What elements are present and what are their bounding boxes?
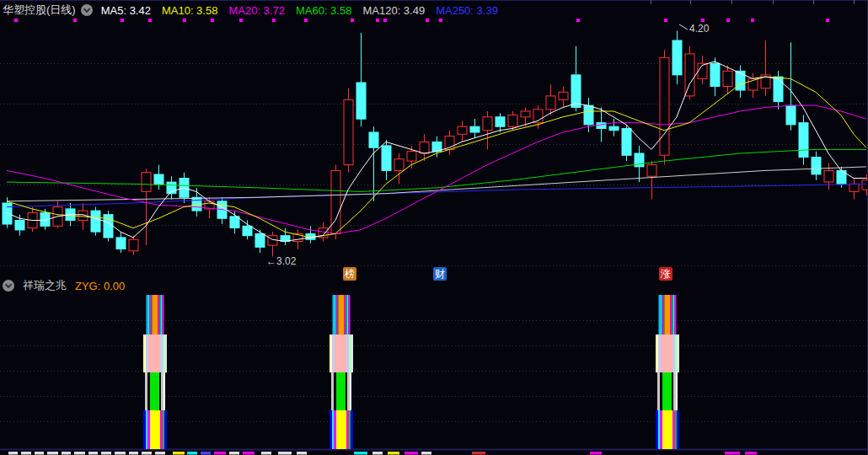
stock-title[interactable]: 华塑控股(日线) (3, 3, 76, 18)
signal-bar-stripe (330, 410, 332, 449)
signal-bar-stripe (347, 372, 350, 410)
signal-bar-stripe (665, 295, 671, 335)
signal-bar-stripe (335, 335, 346, 372)
signal-bar-stripe (656, 335, 658, 372)
signal-bar-stripe (675, 410, 677, 449)
signal-bar-stripe (346, 335, 349, 372)
signal-bar-stripe (164, 410, 167, 449)
signal-bar-stripe (678, 335, 679, 372)
chevron-down-icon[interactable] (3, 280, 14, 292)
signal-bar-stripe (675, 335, 678, 372)
signal-bar-stripe (346, 410, 349, 449)
indicator-name[interactable]: 祥瑞之兆 (23, 278, 67, 293)
signal-bar-stripe (671, 295, 672, 335)
signal-bar-stripe (656, 410, 658, 449)
signal-bar-stripe (161, 295, 163, 335)
signal-bar-stripe (163, 410, 164, 449)
signal-bar-stripe (159, 372, 161, 410)
signal-bar-stripe (339, 295, 345, 335)
signal-bar-stripe (143, 410, 146, 449)
signal-bar-stripe (338, 295, 339, 335)
ma-label: MA20: 3.72 (228, 4, 285, 17)
signal-bar-stripe (336, 410, 346, 449)
grid (0, 0, 868, 455)
chevron-down-icon[interactable] (81, 4, 93, 16)
signal-bar-stripe (147, 295, 148, 335)
signal-bar-stripe (150, 372, 159, 410)
signal-bar-stripe (345, 295, 346, 335)
signal-bar-stripe (349, 410, 351, 449)
signal-bar-stripe (146, 335, 148, 372)
signal-bar-stripe (672, 372, 673, 410)
bottom-strip (8, 452, 757, 455)
ma-legend: MA5: 3.42MA10: 3.58MA20: 3.72MA60: 3.58M… (101, 4, 498, 17)
signal-bar-stripe (336, 372, 346, 410)
signal-bar-stripe (152, 295, 153, 335)
signal-bar-stripe (143, 335, 146, 372)
signal-bar-stripe (672, 295, 673, 335)
signal-bar-stripe (673, 372, 676, 410)
signal-bar-stripe (148, 335, 160, 372)
ma-label: MA5: 3.42 (101, 4, 151, 17)
signal-bar-stripe (347, 295, 349, 335)
stock-chart-canvas (0, 0, 868, 455)
signal-bars (143, 295, 679, 449)
trading-app-window: 华塑控股(日线) MA5: 3.42MA10: 3.58MA20: 3.72MA… (0, 0, 868, 455)
signal-bar-stripe (161, 372, 163, 410)
signal-bar-stripe (673, 295, 675, 335)
signal-bar-stripe (662, 295, 664, 335)
signal-bar-stripe (147, 410, 150, 449)
signal-bar-stripe (350, 372, 351, 410)
signal-bar-stripe (160, 335, 163, 372)
signal-bar-stripe (660, 372, 662, 410)
signal-bar-stripe (677, 410, 679, 449)
signal-bar-stripe (332, 410, 334, 449)
signal-bar-stripe (676, 372, 678, 410)
signal-bar-stripe (351, 335, 353, 372)
signal-bar-stripe (330, 335, 332, 372)
signal-bar-stripe (147, 372, 150, 410)
candles (3, 31, 868, 257)
signal-bar-stripe (163, 335, 165, 372)
signal-bar-stripe (349, 295, 351, 335)
news-badge[interactable]: 涨 (659, 267, 672, 281)
ma-line-ma20 (7, 105, 866, 233)
signal-bar-stripe (661, 335, 672, 372)
signal-bar-stripe (335, 295, 336, 335)
signal-bar-stripe (148, 295, 150, 335)
signal-bar-stripe (333, 295, 335, 335)
signal-bar-stripe (351, 410, 353, 449)
news-badge[interactable]: 榜 (343, 267, 356, 281)
signal-bar-stripe (672, 335, 675, 372)
news-badge[interactable]: 财 (433, 267, 447, 281)
signal-bar-stripe (657, 372, 660, 410)
signal-bar-stripe (145, 372, 147, 410)
signal-bar-stripe (160, 295, 161, 335)
signal-bar-stripe (334, 372, 336, 410)
signal-bar-stripe (332, 335, 335, 372)
signal-bar-stripe (672, 410, 675, 449)
signal-bar-stripe (658, 335, 661, 372)
ma-label: MA10: 3.58 (162, 4, 218, 17)
signal-bar-stripe (160, 410, 163, 449)
signal-bar-stripe (664, 295, 665, 335)
ma-label: MA250: 3.39 (436, 4, 498, 17)
signal-bar-stripe (146, 410, 147, 449)
sub-panel-header: 祥瑞之兆 ZYG: 0.00 (3, 278, 125, 293)
signal-bar-stripe (346, 372, 347, 410)
signal-bar-stripe (336, 295, 338, 335)
ma-label: MA120: 3.49 (362, 4, 425, 17)
main-chart-header: 华塑控股(日线) MA5: 3.42MA10: 3.58MA20: 3.72MA… (3, 3, 498, 18)
signal-bar-stripe (163, 372, 165, 410)
signal-bar-stripe (349, 335, 351, 372)
signal-bar-stripe (662, 410, 672, 449)
signal-bar-stripe (662, 372, 672, 410)
signal-bar-stripe (658, 410, 660, 449)
signal-bar-stripe (659, 295, 661, 335)
signal-bar-stripe (150, 410, 160, 449)
indicator-value: ZYG: 0.00 (75, 280, 125, 292)
signal-bar-stripe (331, 372, 334, 410)
highest-price-label: 4.20 (689, 23, 709, 35)
signal-bar-stripe (165, 335, 167, 372)
signal-bar-stripe (660, 410, 662, 449)
